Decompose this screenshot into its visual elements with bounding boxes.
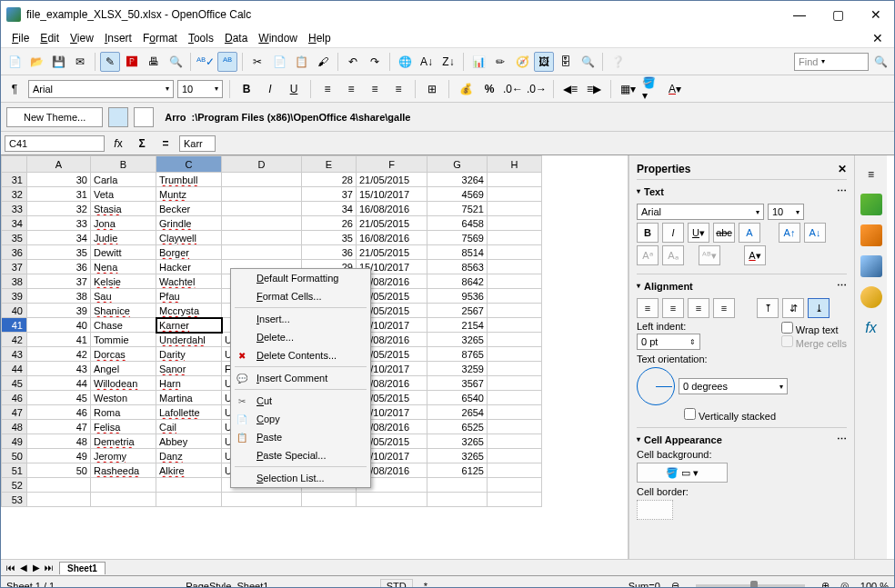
bold-button[interactable]: B xyxy=(236,79,256,99)
zoom-button[interactable]: 🔍 xyxy=(578,52,598,72)
prop-align-justify[interactable]: ≡ xyxy=(713,298,735,318)
cell-H52[interactable] xyxy=(488,478,542,493)
gallery-tab-icon[interactable] xyxy=(860,255,882,277)
col-header-B[interactable]: B xyxy=(91,156,156,173)
prop-valign-bottom[interactable]: ⤓ xyxy=(808,298,830,318)
menu-data[interactable]: Data xyxy=(219,30,253,46)
cell-C50[interactable]: Danz xyxy=(156,449,222,463)
cell-C42[interactable]: Underdahl xyxy=(156,333,222,347)
sort-desc-button[interactable]: Z↓ xyxy=(438,52,458,72)
cell-C34[interactable]: Grindle xyxy=(156,216,222,231)
row-header-31[interactable]: 31 xyxy=(2,173,27,187)
cell-A35[interactable]: 34 xyxy=(27,231,91,245)
styles-button[interactable]: ¶ xyxy=(5,79,25,99)
cell-G51[interactable]: 6125 xyxy=(427,463,488,478)
page-style[interactable]: PageStyle_Sheet1 xyxy=(186,581,268,589)
cell-B41[interactable]: Chase xyxy=(91,318,156,333)
row-header-33[interactable]: 33 xyxy=(2,202,27,216)
cell-H36[interactable] xyxy=(488,245,542,260)
cell-G31[interactable]: 3264 xyxy=(427,173,488,187)
cell-G41[interactable]: 2154 xyxy=(427,318,488,333)
row-header-44[interactable]: 44 xyxy=(2,362,27,376)
maximize-button[interactable]: ▢ xyxy=(825,5,850,24)
borders-button[interactable]: ▦▾ xyxy=(618,79,638,99)
cm-format-cells-[interactable]: Format Cells... xyxy=(231,287,370,305)
functions-tab-icon[interactable]: fx xyxy=(860,317,882,339)
cell-A43[interactable]: 42 xyxy=(27,347,91,362)
autospell-button[interactable]: ᴬᴮ xyxy=(217,52,237,72)
cell-C48[interactable]: Cail xyxy=(156,420,222,434)
cell-B36[interactable]: Dewitt xyxy=(91,245,156,260)
row-header-51[interactable]: 51 xyxy=(2,463,27,478)
cell-E33[interactable]: 34 xyxy=(302,202,357,216)
cell-C35[interactable]: Claywell xyxy=(156,231,222,245)
row-header-48[interactable]: 48 xyxy=(2,420,27,434)
cm-paste-special-[interactable]: Paste Special... xyxy=(231,446,370,464)
menu-tools[interactable]: Tools xyxy=(183,30,219,46)
cell-A39[interactable]: 38 xyxy=(27,289,91,304)
cell-A36[interactable]: 35 xyxy=(27,245,91,260)
cell-F33[interactable]: 16/08/2016 xyxy=(357,202,427,216)
menu-insert[interactable]: Insert xyxy=(99,30,137,46)
cell-H32[interactable] xyxy=(488,187,542,202)
cell-B51[interactable]: Rasheeda xyxy=(91,463,156,478)
row-header-45[interactable]: 45 xyxy=(2,376,27,391)
cell-H31[interactable] xyxy=(488,173,542,187)
prop-grow-button[interactable]: A↑ xyxy=(779,223,800,243)
close-panel-icon[interactable]: ✕ xyxy=(838,163,847,175)
row-header-49[interactable]: 49 xyxy=(2,434,27,449)
cell-H33[interactable] xyxy=(488,202,542,216)
sum-button[interactable]: Σ xyxy=(132,134,152,154)
tab-prev-icon[interactable]: ◀ xyxy=(17,563,30,573)
paste-button[interactable]: 📋 xyxy=(291,52,311,72)
col-header-C[interactable]: C xyxy=(156,156,222,173)
cell-F36[interactable]: 21/05/2015 xyxy=(357,245,427,260)
cell-F34[interactable]: 21/05/2015 xyxy=(357,216,427,231)
cell-G38[interactable]: 8642 xyxy=(427,274,488,289)
col-header-H[interactable]: H xyxy=(488,156,542,173)
row-header-52[interactable]: 52 xyxy=(2,478,27,493)
left-indent-input[interactable]: 0 pt⇕ xyxy=(637,334,700,350)
properties-tab-icon[interactable] xyxy=(860,194,882,215)
cell-D34[interactable] xyxy=(222,216,302,231)
prop-align-right[interactable]: ≡ xyxy=(688,298,709,318)
cell-E34[interactable]: 26 xyxy=(302,216,357,231)
cell-C45[interactable]: Harn xyxy=(156,376,222,391)
cell-H35[interactable] xyxy=(488,231,542,245)
chart-button[interactable]: 📊 xyxy=(468,52,488,72)
prop-align-center[interactable]: ≡ xyxy=(662,298,684,318)
cell-C41[interactable]: Karner xyxy=(156,318,222,333)
prop-size-combo[interactable]: 10▾ xyxy=(768,204,804,220)
cell-E32[interactable]: 37 xyxy=(302,187,357,202)
cell-B49[interactable]: Demetria xyxy=(91,434,156,449)
cell-C49[interactable]: Abbey xyxy=(156,434,222,449)
navigator-button[interactable]: 🧭 xyxy=(512,52,532,72)
sidebar-menu-icon[interactable]: ≡ xyxy=(861,164,881,184)
gallery-list-view[interactable] xyxy=(134,107,154,127)
prop-super-button[interactable]: Aᵃ xyxy=(637,245,659,265)
cell-C33[interactable]: Becker xyxy=(156,202,222,216)
prop-fontcolor-button[interactable]: A▾ xyxy=(744,245,766,265)
col-header-F[interactable]: F xyxy=(357,156,427,173)
merge-cells-checkbox[interactable]: Merge cells xyxy=(781,335,847,349)
cell-A53[interactable] xyxy=(27,493,91,507)
cell-B48[interactable]: Felisa xyxy=(91,420,156,434)
cell-H49[interactable] xyxy=(488,434,542,449)
cm-copy[interactable]: 📄Copy xyxy=(231,410,370,428)
cell-B46[interactable]: Weston xyxy=(91,391,156,405)
row-header-42[interactable]: 42 xyxy=(2,333,27,347)
print-button[interactable]: 🖶 xyxy=(144,52,164,72)
prop-valign-top[interactable]: ⤒ xyxy=(757,298,779,318)
cell-D32[interactable] xyxy=(222,187,302,202)
tab-next-icon[interactable]: ▶ xyxy=(30,563,43,573)
underline-button[interactable]: U xyxy=(284,79,304,99)
cell-F31[interactable]: 21/05/2015 xyxy=(357,173,427,187)
cell-bg-picker[interactable]: 🪣 ▭ ▾ xyxy=(637,463,728,483)
cell-G33[interactable]: 7521 xyxy=(427,202,488,216)
cell-B35[interactable]: Judie xyxy=(91,231,156,245)
tab-last-icon[interactable]: ⏭ xyxy=(43,563,55,573)
zoom-level[interactable]: 100 % xyxy=(860,581,889,589)
cell-B42[interactable]: Tommie xyxy=(91,333,156,347)
cell-A52[interactable] xyxy=(27,478,91,493)
cm-paste[interactable]: 📋Paste xyxy=(231,428,370,446)
